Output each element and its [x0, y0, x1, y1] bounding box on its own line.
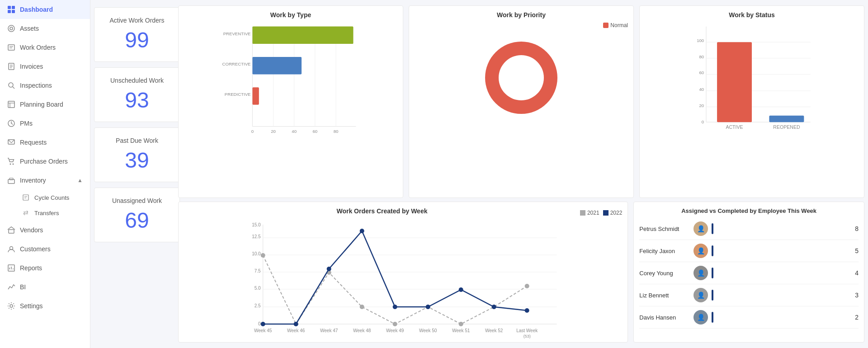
- svg-text:Week 48: Week 48: [353, 328, 371, 333]
- line-chart-svg: 0 2.5 5.0 7.5 10.0 12.5 15.0: [184, 220, 622, 342]
- svg-text:PREDICTIVE: PREDICTIVE: [225, 92, 251, 97]
- employee-name: Petrus Schmidt: [639, 226, 693, 232]
- svg-text:100: 100: [697, 38, 704, 43]
- employee-row: Felicity Jaxon 👤 5: [639, 240, 859, 262]
- work-by-type-svg: PREVENTIVE CORRECTIVE PREDICTIVE 0 20 40…: [184, 22, 397, 135]
- sidebar-item-dashboard[interactable]: Dashboard: [0, 0, 90, 19]
- sidebar-item-inventory[interactable]: Inventory ▲: [0, 171, 90, 190]
- svg-text:80: 80: [334, 129, 339, 134]
- reports-icon: [7, 264, 15, 272]
- employee-count: 8: [849, 225, 859, 232]
- svg-point-32: [10, 305, 13, 307]
- svg-text:5.0: 5.0: [255, 286, 261, 291]
- svg-text:Week 47: Week 47: [320, 328, 338, 333]
- sidebar-label-transfers: Transfers: [34, 210, 59, 216]
- sidebar-label-dashboard: Dashboard: [20, 6, 53, 13]
- stat-value-unassigned: 69: [104, 208, 170, 233]
- svg-point-19: [10, 164, 11, 165]
- sidebar-item-requests[interactable]: Requests: [0, 133, 90, 152]
- sidebar-label-invoices: Invoices: [20, 63, 43, 70]
- svg-text:Last Week: Last Week: [516, 328, 538, 333]
- sidebar-label-bi: BI: [20, 283, 26, 291]
- sidebar-item-inspections[interactable]: Inspections: [0, 76, 90, 95]
- stat-card-unassigned[interactable]: Unassigned Work 69: [94, 188, 180, 242]
- employee-avatar: 👤: [693, 221, 708, 236]
- svg-text:CORRECTIVE: CORRECTIVE: [222, 61, 251, 66]
- sidebar-item-assets[interactable]: Assets: [0, 19, 90, 38]
- stat-value-unscheduled: 93: [104, 88, 170, 113]
- svg-rect-26: [9, 230, 14, 233]
- sidebar-label-inventory: Inventory: [20, 177, 46, 184]
- sidebar-label-customers: Customers: [20, 245, 51, 253]
- svg-point-5: [10, 27, 13, 30]
- sidebar-item-bi[interactable]: BI: [0, 277, 90, 296]
- svg-text:20: 20: [271, 129, 276, 134]
- svg-text:60: 60: [699, 70, 704, 75]
- settings-icon: [7, 302, 15, 310]
- svg-rect-67: [769, 116, 804, 122]
- sidebar-item-vendors[interactable]: Vendors: [0, 221, 90, 240]
- svg-text:Week 51: Week 51: [452, 328, 470, 333]
- pms-icon: [7, 119, 15, 127]
- svg-rect-23: [23, 195, 28, 200]
- employee-avatar: 👤: [693, 244, 708, 258]
- sidebar-item-cycle-counts[interactable]: Cycle Counts: [14, 190, 90, 205]
- priority-legend-normal-label: Normal: [610, 22, 628, 28]
- sidebar-item-reports[interactable]: Reports: [0, 259, 90, 277]
- svg-text:0: 0: [251, 129, 254, 134]
- sidebar-item-invoices[interactable]: Invoices: [0, 57, 90, 76]
- sidebar-item-transfers[interactable]: Transfers: [14, 205, 90, 221]
- employee-name: Felicity Jaxon: [639, 248, 693, 254]
- employee-name: Liz Bennett: [639, 292, 693, 299]
- employee-avatar: 👤: [693, 266, 708, 280]
- sidebar-item-planning-board[interactable]: Planning Board: [0, 95, 90, 114]
- sidebar-item-pms[interactable]: PMs: [0, 114, 90, 133]
- sidebar-item-settings[interactable]: Settings: [0, 296, 90, 315]
- sidebar-label-planning-board: Planning Board: [20, 101, 63, 108]
- svg-rect-1: [12, 6, 15, 9]
- employee-name: Corey Young: [639, 270, 693, 277]
- customers-icon: [7, 245, 15, 253]
- svg-text:Week 50: Week 50: [419, 328, 437, 333]
- svg-rect-0: [8, 6, 11, 9]
- sidebar-item-work-orders[interactable]: Work Orders: [0, 38, 90, 57]
- svg-rect-15: [8, 101, 14, 108]
- svg-text:20: 20: [699, 103, 704, 108]
- employee-list: Petrus Schmidt 👤 8 Felicity Jaxon 👤 5 Co…: [639, 218, 859, 329]
- stat-card-unscheduled[interactable]: Unscheduled Work 93: [94, 67, 180, 122]
- svg-point-20: [13, 164, 14, 165]
- purchase-orders-icon: [7, 157, 15, 165]
- sidebar-item-customers[interactable]: Customers: [0, 240, 90, 259]
- employee-avatar: 👤: [693, 310, 708, 324]
- sidebar-label-work-orders: Work Orders: [20, 44, 56, 51]
- planning-board-icon: [7, 100, 15, 108]
- sidebar-label-assets: Assets: [20, 25, 39, 32]
- vendors-icon: [7, 226, 15, 234]
- stat-card-past-due[interactable]: Past Due Work 39: [94, 127, 180, 182]
- svg-text:Week 49: Week 49: [386, 328, 404, 333]
- stat-label-unscheduled: Unscheduled Work: [104, 77, 170, 84]
- legend-2021-label: 2021: [587, 210, 599, 216]
- bi-icon: [7, 283, 15, 291]
- svg-text:12.5: 12.5: [252, 234, 261, 239]
- chart-work-orders-by-week: Work Orders Created by Week 2021 2022: [178, 202, 628, 343]
- svg-text:7.5: 7.5: [255, 268, 261, 273]
- sidebar-item-purchase-orders[interactable]: Purchase Orders: [0, 152, 90, 171]
- dot-2021-8: [525, 284, 529, 288]
- chart-work-by-type: Work by Type PREVENTIVE CORRECTIVE PREDI…: [178, 5, 403, 198]
- work-orders-icon: [7, 43, 15, 52]
- svg-text:40: 40: [292, 129, 297, 134]
- employee-count: 3: [849, 292, 859, 299]
- employee-count: 4: [849, 269, 859, 277]
- employee-count: 2: [849, 314, 859, 321]
- legend-2021: 2021: [580, 210, 599, 216]
- stat-card-active-work-orders[interactable]: Active Work Orders 99: [94, 7, 180, 62]
- sidebar-label-purchase-orders: Purchase Orders: [20, 158, 68, 165]
- svg-point-13: [9, 83, 13, 87]
- inspections-icon: [7, 81, 15, 89]
- svg-text:REOPENED: REOPENED: [773, 124, 800, 130]
- work-by-status-svg: 0 20 40 60 80 100 ACTIVE: [645, 22, 859, 135]
- requests-icon: [7, 138, 15, 146]
- stat-value-active: 99: [104, 28, 170, 52]
- chart-employee-assigned: Assigned vs Completed by Employee This W…: [633, 202, 864, 343]
